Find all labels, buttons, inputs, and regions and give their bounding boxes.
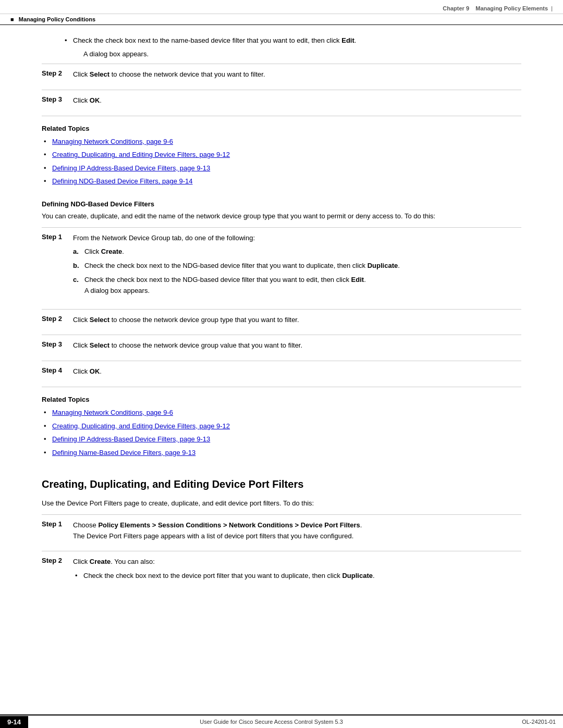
- ndg-sub-step-c: c. Check the check box next to the NDG-b…: [73, 275, 521, 297]
- list-item[interactable]: Defining IP Address-Based Device Filters…: [42, 434, 521, 445]
- bullet-item-edit: Check the check box next to the name-bas…: [63, 35, 521, 46]
- sub-step-b-label: b.: [73, 261, 84, 272]
- ndg-step-4-content: Click OK.: [73, 366, 521, 377]
- link-item[interactable]: Creating, Duplicating, and Editing Devic…: [52, 422, 230, 430]
- related-topics-1: Related Topics Managing Network Conditio…: [42, 116, 521, 194]
- big-section-title: Creating, Duplicating, and Editing Devic…: [42, 477, 521, 491]
- sub-step-c-label: c.: [73, 275, 84, 286]
- sub-step-c-content: Check the check box next to the NDG-base…: [84, 275, 521, 297]
- step-3-content: Click OK.: [73, 95, 521, 106]
- big-step-2-bullets: Check the check box next to the device p…: [73, 571, 521, 581]
- big-section-intro: Use the Device Port Filters page to crea…: [42, 498, 521, 509]
- big-step-2-label: Step 2: [42, 557, 73, 564]
- footer-page-num: 9-14: [0, 716, 28, 728]
- ndg-sub-step-b: b. Check the check box next to the NDG-b…: [73, 261, 521, 272]
- intro-bullet-list: Check the check box next to the name-bas…: [63, 35, 521, 46]
- chapter-title: Managing Policy Elements: [475, 5, 548, 11]
- related-topics-1-title: Related Topics: [42, 125, 521, 132]
- step-3-label: Step 3: [42, 95, 73, 103]
- big-step-1-content: Choose Policy Elements > Session Conditi…: [73, 520, 521, 542]
- link-item[interactable]: Defining Name-Based Device Filters, page…: [52, 449, 195, 456]
- ndg-section-desc: You can create, duplicate, and edit the …: [42, 211, 521, 222]
- related-topics-2: Related Topics Managing Network Conditio…: [42, 387, 521, 465]
- ndg-step-1-content: From the Network Device Group tab, do on…: [73, 233, 521, 300]
- step-3-row: Step 3 Click OK.: [42, 90, 521, 112]
- link-item[interactable]: Defining IP Address-Based Device Filters…: [52, 164, 210, 172]
- ndg-step-1-text: From the Network Device Group tab, do on…: [73, 234, 255, 242]
- list-item[interactable]: Managing Network Conditions, page 9-6: [42, 137, 521, 147]
- related-topics-1-list: Managing Network Conditions, page 9-6 Cr…: [42, 137, 521, 187]
- link-item[interactable]: Creating, Duplicating, and Editing Devic…: [52, 151, 230, 158]
- ndg-step-2-label: Step 2: [42, 315, 73, 323]
- footer-right-text: OL-24201-01: [515, 715, 563, 728]
- list-item[interactable]: Managing Network Conditions, page 9-6: [42, 408, 521, 418]
- page-footer: 9-14 User Guide for Cisco Secure Access …: [0, 714, 563, 728]
- list-item[interactable]: Defining NDG-Based Device Filters, page …: [42, 176, 521, 187]
- step-2-row: Step 2 Click Select to choose the networ…: [42, 64, 521, 85]
- ndg-dialog-note: A dialog box appears.: [84, 287, 150, 294]
- ndg-section: Defining NDG-Based Device Filters You ca…: [42, 200, 521, 382]
- link-item[interactable]: Defining IP Address-Based Device Filters…: [52, 435, 210, 443]
- link-item[interactable]: Managing Network Conditions, page 9-6: [52, 409, 173, 416]
- sub-step-b-content: Check the check box next to the NDG-base…: [84, 261, 521, 272]
- related-topics-2-title: Related Topics: [42, 396, 521, 403]
- step-2-content: Click Select to choose the network devic…: [73, 69, 521, 80]
- link-item[interactable]: Defining NDG-Based Device Filters, page …: [52, 177, 193, 185]
- list-item[interactable]: Defining IP Address-Based Device Filters…: [42, 163, 521, 174]
- sub-step-a-label: a.: [73, 246, 84, 257]
- ndg-step-3-label: Step 3: [42, 340, 73, 348]
- ndg-step-1-label: Step 1: [42, 233, 73, 241]
- ndg-step-3-row: Step 3 Click Select to choose the networ…: [42, 335, 521, 356]
- ndg-sub-step-a: a. Click Create.: [73, 246, 521, 257]
- list-item[interactable]: Defining Name-Based Device Filters, page…: [42, 448, 521, 458]
- header-chapter-label: Chapter 9 Managing Policy Elements |: [443, 5, 553, 11]
- big-step-2-content: Click Create. You can also: Check the ch…: [73, 557, 521, 584]
- ndg-step-2-row: Step 2 Click Select to choose the networ…: [42, 309, 521, 331]
- list-item[interactable]: Creating, Duplicating, and Editing Devic…: [42, 421, 521, 431]
- ndg-step-4-label: Step 4: [42, 366, 73, 374]
- ndg-step-4-row: Step 4 Click OK.: [42, 361, 521, 382]
- related-topics-2-list: Managing Network Conditions, page 9-6 Cr…: [42, 408, 521, 458]
- main-content: Check the check box next to the name-bas…: [0, 25, 563, 604]
- page-header: Chapter 9 Managing Policy Elements |: [0, 0, 563, 14]
- page-subheader: ■ Managing Policy Conditions: [0, 14, 563, 25]
- chapter-label: Chapter 9: [443, 5, 469, 11]
- breadcrumb-icon: ■: [10, 16, 14, 22]
- step-2-label: Step 2: [42, 69, 73, 77]
- intro-bullets-block: Check the check box next to the name-bas…: [42, 35, 521, 59]
- dialog-note-1: A dialog box appears.: [63, 49, 521, 60]
- big-step-1-sub-note: The Device Port Filters page appears wit…: [73, 532, 353, 540]
- ndg-step-3-content: Click Select to choose the network devic…: [73, 340, 521, 351]
- big-step-1-label: Step 1: [42, 520, 73, 528]
- ndg-step-2-content: Click Select to choose the network devic…: [73, 315, 521, 326]
- list-item: Check the check box next to the device p…: [73, 571, 521, 581]
- sub-step-a-content: Click Create.: [84, 246, 521, 257]
- footer-center-text: User Guide for Cisco Secure Access Contr…: [28, 715, 515, 728]
- big-step-2-row: Step 2 Click Create. You can also: Check…: [42, 551, 521, 589]
- breadcrumb: Managing Policy Conditions: [19, 16, 95, 22]
- ndg-sub-steps: a. Click Create. b. Check the check box …: [73, 246, 521, 296]
- ndg-section-heading: Defining NDG-Based Device Filters: [42, 200, 521, 208]
- ndg-step-1-row: Step 1 From the Network Device Group tab…: [42, 227, 521, 305]
- list-item[interactable]: Creating, Duplicating, and Editing Devic…: [42, 150, 521, 160]
- link-item[interactable]: Managing Network Conditions, page 9-6: [52, 138, 173, 145]
- big-step-1-row: Step 1 Choose Policy Elements > Session …: [42, 514, 521, 547]
